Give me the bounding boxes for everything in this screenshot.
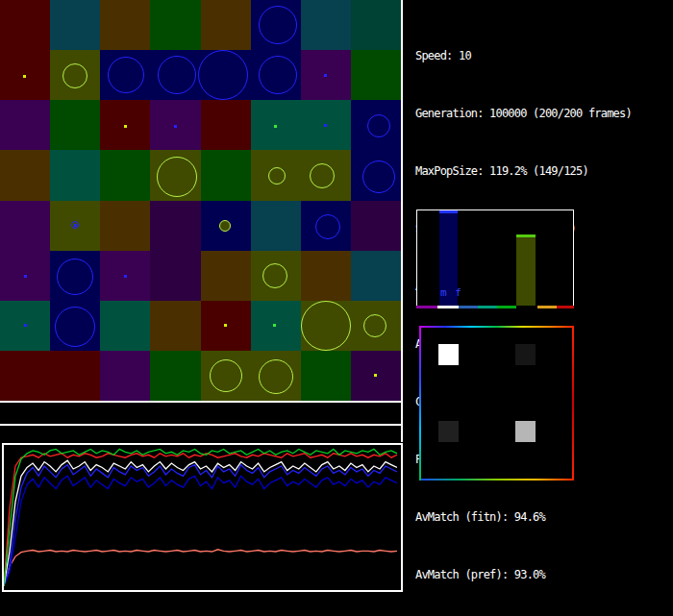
creature-dot [273,324,276,327]
matrix-cell-bottom-left [438,421,459,442]
matrix-border-bottom [419,479,574,480]
matrix-cell-bottom-right [515,421,536,442]
matrix-border-top [419,326,574,328]
creature-circle [158,56,196,94]
territory-cell [100,351,151,401]
territory-cell [0,351,51,401]
species-color-segment [516,306,537,308]
territory-cell [150,0,201,51]
creature-circle [219,220,231,232]
creature-circle [315,214,340,239]
stats-readout: Speed: 10 Generation: 100000 (200/200 fr… [415,8,671,616]
stat-maxpopsize: MaxPopSize: 119.2% (149/125) [415,161,671,181]
species-color-segment [497,306,516,308]
capacity-bar [516,234,536,306]
territory-cell [0,0,51,51]
species-color-segment [557,306,574,308]
history-series-salmon [4,550,397,586]
history-series-red [4,454,397,586]
species-color-segment [478,306,497,308]
creature-circle [262,263,287,288]
territory-cell [351,50,401,101]
creature-circle [259,6,297,44]
species-color-segment [437,306,459,308]
species-color-strip [416,306,574,308]
territory-cell [351,251,401,302]
territory-cell [351,0,401,51]
matrix-border-right [572,326,574,480]
territory-cell [201,0,252,51]
species-color-segment [537,306,557,308]
territory-cell [100,0,151,51]
creature-circle [259,56,297,94]
creature-circle [268,167,286,185]
creature-circle [157,157,197,197]
population-bar-chart: m f [416,209,574,306]
territory-cell [201,251,252,302]
territory-cell [50,351,101,401]
sim-grid-viewport[interactable] [0,0,401,401]
creature-dot [224,324,227,327]
territory-cell [150,201,201,252]
stat-speed: Speed: 10 [415,46,671,65]
creature-dot [24,275,27,278]
stat-avmatch-fitn: AvMatch (fitn): 94.6% [415,507,671,527]
species-color-segment [459,306,478,308]
creature-dot [23,75,26,78]
creature-dot [274,125,277,128]
creature-circle [363,314,386,337]
territory-cell [100,150,151,201]
territory-cell [351,201,401,252]
territory-cell [0,100,51,151]
stat-generation: Generation: 100000 (200/200 frames) [415,104,671,123]
creature-dot [374,374,377,377]
creature-circle [310,163,335,188]
frame-progress-bar-bottom [0,424,403,426]
territory-cell [301,351,352,401]
capacity-bar-cap [516,234,536,237]
stat-avmatch-pref: AvMatch (pref): 93.0% [415,565,671,584]
creature-circle [108,57,144,93]
territory-cell [50,150,101,201]
territory-cell [150,351,201,401]
history-series-blue-upper [4,465,397,586]
creature-dot [24,324,27,327]
territory-cell [50,100,101,151]
creature-circle [57,259,93,295]
matrix-border-left [419,326,421,480]
creature-dot [124,125,127,128]
history-series-blue-lower [4,476,397,586]
territory-cell [0,150,51,201]
territory-cell [201,150,252,201]
creature-dot [324,124,327,127]
territory-cell [100,201,151,252]
territory-cell [0,201,51,252]
territory-cell [251,201,302,252]
creature-circle [198,50,248,100]
territory-cell [150,301,201,352]
creature-dot [74,224,77,227]
matrix-cell-top-right [515,344,536,365]
frame-progress-bar [0,403,401,424]
creature-circle [367,114,390,137]
creature-dot [124,275,127,278]
simulation-app: Speed: 10 Generation: 100000 (200/200 fr… [0,0,673,616]
creature-dot [324,74,327,77]
creature-circle [55,307,95,347]
territory-cell [50,0,101,51]
territory-cell [150,251,201,302]
creature-dot [174,125,177,128]
history-chart-panel [2,443,403,592]
grid-right-border [401,0,403,442]
creature-circle [362,160,395,193]
territory-cell [100,301,151,352]
territory-cell [201,100,252,151]
creature-circle [301,301,351,351]
contingency-matrix-panel [419,326,574,480]
male-female-label: m f [440,286,462,299]
territory-cell [301,251,352,302]
creature-circle [62,63,87,88]
history-chart-svg [4,445,397,586]
creature-circle [259,359,293,394]
territory-cell [301,0,352,51]
